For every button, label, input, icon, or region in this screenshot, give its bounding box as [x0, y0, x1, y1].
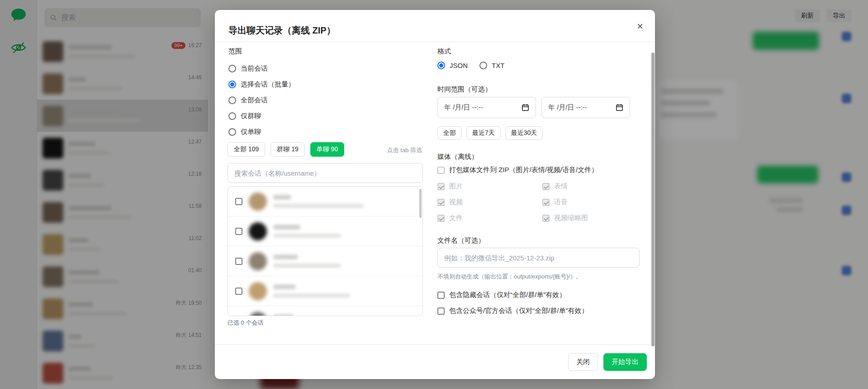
media-type-label: 文件	[449, 214, 463, 222]
conversation-text-blurred	[273, 284, 350, 298]
scope-option[interactable]: 全部会话	[228, 92, 295, 108]
format-option-label: JSON	[450, 62, 468, 69]
format-option-label: TXT	[492, 62, 504, 69]
scope-radio[interactable]	[228, 112, 236, 120]
extra-option-row[interactable]: 包含隐藏会话（仅对“全部/群/单”有效）	[437, 287, 588, 303]
scope-option[interactable]: 选择会话（批量）	[228, 77, 295, 92]
blurred-conversation-name	[273, 284, 296, 289]
blurred-conversation-name	[273, 314, 294, 316]
scope-radio[interactable]	[228, 81, 236, 88]
quick-range-button[interactable]: 最近30天	[505, 126, 543, 140]
media-type-row: 视频缩略图	[542, 210, 636, 226]
media-type-checkbox	[437, 199, 445, 206]
media-type-checkbox	[437, 215, 445, 222]
calendar-icon[interactable]	[616, 104, 623, 111]
modal-scrollbar-thumb[interactable]	[651, 53, 655, 346]
blurred-conversation-name	[273, 255, 298, 259]
media-type-checkbox	[542, 215, 550, 222]
media-type-checkbox	[437, 183, 445, 190]
media-type-label: 视频	[449, 198, 463, 207]
conversation-select-list	[228, 186, 423, 316]
blurred-conversation-name	[273, 225, 300, 230]
start-datetime-placeholder: 年 /月/日 --:--	[444, 103, 483, 112]
end-datetime-field[interactable]: 年 /月/日 --:--	[541, 97, 630, 118]
media-type-row: 图片	[437, 178, 542, 194]
conversation-row[interactable]	[228, 187, 422, 216]
format-option[interactable]: TXT	[479, 62, 504, 69]
format-section-label: 格式	[437, 47, 451, 56]
pack-media-checkbox-row[interactable]: 打包媒体文件到 ZIP（图片/表情/视频/语音/文件）	[437, 166, 598, 174]
media-type-label: 语音	[554, 198, 568, 207]
conversation-search-input[interactable]	[228, 163, 423, 183]
scope-radio[interactable]	[228, 96, 236, 104]
pack-media-checkbox[interactable]	[437, 167, 445, 174]
pack-media-label: 打包媒体文件到 ZIP（图片/表情/视频/语音/文件）	[449, 166, 598, 174]
scope-radio[interactable]	[228, 65, 236, 72]
scope-option-label: 选择会话（批量）	[241, 80, 295, 89]
scope-radio[interactable]	[228, 128, 236, 136]
scope-option-label: 当前会话	[241, 64, 268, 73]
start-export-button[interactable]: 开始导出	[603, 353, 647, 371]
filename-hint-text: 不填则自动生成（输出位置：output/exports/{账号}/）。	[437, 273, 582, 281]
conversation-avatar	[249, 222, 267, 240]
conversation-checkbox[interactable]	[235, 198, 242, 205]
format-option[interactable]: JSON	[437, 62, 468, 69]
extra-option-label: 包含隐藏会话（仅对“全部/群/单”有效）	[449, 291, 566, 299]
close-icon[interactable]: ×	[637, 21, 643, 32]
app-window: 99+16:2714:4913:0812:4712:1811:5811:0201…	[0, 0, 868, 389]
extra-option-checkbox[interactable]	[437, 307, 445, 315]
conversation-row[interactable]	[228, 246, 422, 276]
extra-option-label: 包含公众号/官方会话（仅对“全部/群/单”有效）	[449, 307, 588, 315]
selected-count-text: 已选 0 个会话	[228, 319, 263, 327]
media-type-label: 表情	[554, 182, 568, 191]
quick-range-buttons: 全部最近7天最近30天	[437, 126, 543, 140]
scope-option-label: 仅群聊	[241, 112, 261, 120]
extra-options-group: 包含隐藏会话（仅对“全部/群/单”有效）包含公众号/官方会话（仅对“全部/群/单…	[437, 287, 588, 319]
time-range-section-label: 时间范围（可选）	[437, 85, 492, 94]
extra-option-checkbox[interactable]	[437, 292, 445, 299]
conversation-row[interactable]	[228, 216, 422, 246]
scope-option-label: 全部会话	[241, 96, 268, 105]
scope-radio-group: 当前会话选择会话（批量）全部会话仅群聊仅单聊	[228, 61, 295, 140]
conversation-avatar	[249, 312, 267, 317]
filename-input[interactable]	[437, 248, 640, 268]
extra-option-row[interactable]: 包含公众号/官方会话（仅对“全部/群/单”有效）	[437, 303, 588, 319]
conversation-checkbox[interactable]	[235, 258, 242, 265]
dialog-title: 导出聊天记录（离线 ZIP）	[228, 24, 336, 37]
filename-section-label: 文件名（可选）	[437, 236, 485, 245]
media-type-label: 视频缩略图	[554, 214, 588, 222]
media-type-row: 语音	[542, 194, 636, 210]
header-divider	[215, 42, 655, 42]
calendar-icon[interactable]	[522, 104, 529, 111]
dialog-footer: 关闭 开始导出	[215, 344, 655, 379]
conversation-checkbox[interactable]	[235, 228, 242, 235]
scope-option[interactable]: 仅单聊	[228, 124, 295, 140]
quick-range-button[interactable]: 最近7天	[466, 126, 501, 140]
quick-range-button[interactable]: 全部	[437, 126, 462, 140]
format-radio[interactable]	[437, 62, 445, 69]
start-datetime-field[interactable]: 年 /月/日 --:--	[437, 97, 536, 118]
media-type-checkbox	[542, 183, 550, 190]
media-type-row: 表情	[542, 178, 636, 194]
conversation-avatar	[249, 252, 267, 270]
format-radio-group: JSONTXT	[437, 62, 504, 69]
conversation-row[interactable]	[228, 276, 422, 306]
blurred-conversation-username	[273, 293, 350, 298]
end-datetime-placeholder: 年 /月/日 --:--	[548, 103, 587, 112]
conversation-checkbox[interactable]	[235, 288, 242, 295]
scope-section-label: 范围	[228, 47, 242, 56]
media-section-label: 媒体（离线）	[437, 153, 478, 161]
conversation-text-blurred	[273, 225, 341, 238]
list-scrollbar-thumb[interactable]	[419, 189, 422, 218]
media-type-row: 视频	[437, 194, 542, 210]
filter-hint-text: 点击 tab 筛选	[228, 146, 422, 154]
format-radio[interactable]	[479, 62, 487, 69]
close-button[interactable]: 关闭	[568, 353, 598, 371]
scope-option[interactable]: 当前会话	[228, 61, 295, 77]
scope-option[interactable]: 仅群聊	[228, 108, 295, 124]
export-dialog: 导出聊天记录（离线 ZIP） × 范围 当前会话选择会话（批量）全部会话仅群聊仅…	[215, 10, 655, 379]
conversation-text-blurred	[273, 195, 364, 208]
conversation-row[interactable]	[228, 306, 422, 316]
conversation-text-blurred	[273, 255, 341, 268]
blurred-conversation-name	[273, 195, 291, 200]
